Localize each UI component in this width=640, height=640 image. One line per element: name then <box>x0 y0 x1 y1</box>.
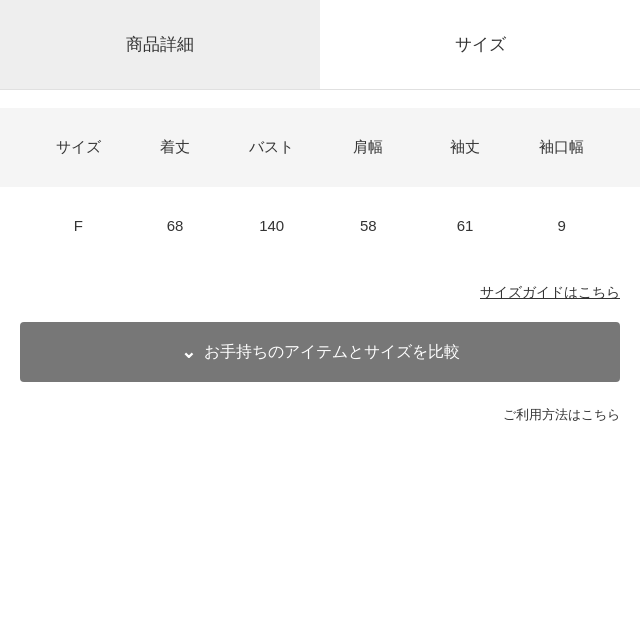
header-shoulder: 肩幅 <box>320 138 417 157</box>
tab-size[interactable]: サイズ <box>320 0 640 89</box>
cuff-value: 9 <box>513 217 610 234</box>
size-table-header: サイズ 着丈 バスト 肩幅 袖丈 袖口幅 <box>20 138 620 157</box>
header-sleeve: 袖丈 <box>417 138 514 157</box>
tab-size-label: サイズ <box>455 33 506 56</box>
length-value: 68 <box>127 217 224 234</box>
size-guide-link-area: サイズガイドはこちら <box>0 264 640 312</box>
size-guide-link[interactable]: サイズガイドはこちら <box>480 284 620 302</box>
table-row: F 68 140 58 61 9 <box>20 217 620 234</box>
header-length: 着丈 <box>127 138 224 157</box>
shoulder-value: 58 <box>320 217 417 234</box>
compare-button-area: ⌄ お手持ちのアイテムとサイズを比較 <box>0 312 640 392</box>
sleeve-value: 61 <box>417 217 514 234</box>
usage-link[interactable]: ご利用方法はこちら <box>503 406 620 424</box>
tab-product-detail[interactable]: 商品詳細 <box>0 0 320 89</box>
compare-button[interactable]: ⌄ お手持ちのアイテムとサイズを比較 <box>20 322 620 382</box>
header-bust: バスト <box>223 138 320 157</box>
chevron-down-icon: ⌄ <box>181 341 196 363</box>
page-container: 商品詳細 サイズ サイズ 着丈 バスト 肩幅 袖丈 袖口幅 F 68 140 5… <box>0 0 640 640</box>
size-table-section: サイズ 着丈 バスト 肩幅 袖丈 袖口幅 <box>0 108 640 187</box>
compare-button-label: お手持ちのアイテムとサイズを比較 <box>204 342 460 363</box>
size-value: F <box>30 217 127 234</box>
header-size: サイズ <box>30 138 127 157</box>
size-data-section: F 68 140 58 61 9 <box>0 187 640 264</box>
bust-value: 140 <box>223 217 320 234</box>
tab-product-detail-label: 商品詳細 <box>126 33 194 56</box>
header-cuff: 袖口幅 <box>513 138 610 157</box>
usage-link-area: ご利用方法はこちら <box>0 392 640 424</box>
tab-bar: 商品詳細 サイズ <box>0 0 640 90</box>
